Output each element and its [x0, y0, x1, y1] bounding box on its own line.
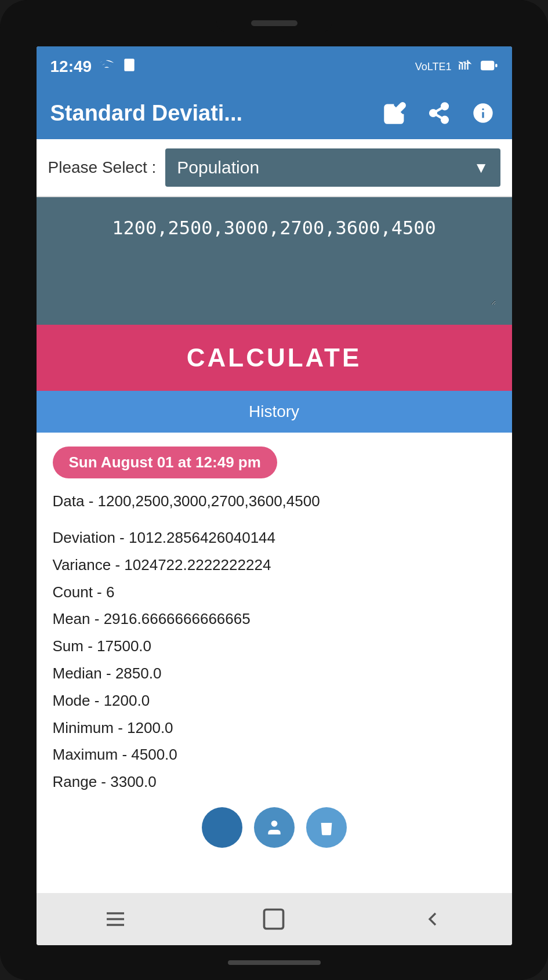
content-area: Please Select : Population ▼ CALCULATE H… — [37, 139, 512, 893]
status-time: 12:49 — [50, 57, 92, 76]
svg-line-10 — [436, 115, 442, 119]
svg-point-13 — [482, 108, 484, 110]
status-right: VoLTE1 — [415, 57, 498, 76]
minimum-line: Minimum - 1200.0 — [53, 714, 496, 742]
result-stats: Deviation - 1012.2856426040144 Variance … — [53, 524, 496, 796]
svg-rect-1 — [459, 64, 460, 70]
menu-nav-button[interactable] — [92, 902, 139, 937]
action-button-3[interactable] — [306, 807, 347, 848]
dropdown-label: Please Select : — [48, 158, 157, 177]
result-data-line: Data - 1200,2500,3000,2700,3600,4500 — [53, 490, 496, 513]
info-button[interactable] — [468, 98, 498, 128]
network-label: VoLTE1 — [415, 61, 452, 73]
svg-rect-3 — [464, 61, 465, 70]
maximum-line: Maximum - 4500.0 — [53, 741, 496, 768]
variance-line: Variance - 1024722.2222222224 — [53, 551, 496, 579]
svg-rect-4 — [467, 60, 468, 70]
sum-line: Sum - 17500.0 — [53, 633, 496, 660]
battery-icon — [480, 57, 498, 76]
svg-rect-14 — [482, 112, 484, 118]
median-line: Median - 2850.0 — [53, 660, 496, 687]
svg-point-7 — [442, 103, 448, 109]
svg-point-15 — [271, 821, 277, 827]
svg-point-9 — [442, 117, 448, 123]
header-icons — [380, 98, 498, 128]
svg-point-8 — [430, 110, 436, 116]
dropdown-section: Please Select : Population ▼ — [37, 139, 512, 197]
action-button-2[interactable] — [254, 807, 295, 848]
phone-nav — [37, 893, 512, 945]
back-nav-button[interactable] — [409, 902, 456, 937]
svg-rect-0 — [124, 59, 134, 71]
deviation-line: Deviation - 1012.2856426040144 — [53, 524, 496, 551]
notch — [216, 14, 332, 32]
home-nav-button[interactable] — [251, 902, 297, 937]
range-line: Range - 3300.0 — [53, 768, 496, 796]
svg-line-11 — [436, 108, 442, 112]
svg-rect-2 — [462, 63, 463, 70]
chevron-down-icon: ▼ — [474, 159, 489, 177]
svg-rect-19 — [264, 910, 284, 929]
phone-screen: 12:49 VoLTE1 Standard Deviati... — [37, 46, 512, 945]
calculate-button[interactable]: CALCULATE — [37, 325, 512, 391]
input-section — [37, 197, 512, 325]
wifi-icon — [99, 57, 115, 77]
app-header: Standard Deviati... — [37, 87, 512, 139]
mode-line: Mode - 1200.0 — [53, 687, 496, 714]
sim-icon — [122, 57, 137, 76]
bottom-actions — [53, 796, 496, 854]
status-left: 12:49 — [50, 57, 137, 77]
result-timestamp: Sun August 01 at 12:49 pm — [53, 447, 277, 478]
share-button[interactable] — [424, 98, 454, 128]
phone-frame: 12:49 VoLTE1 Standard Deviati... — [0, 0, 548, 980]
history-bar: History — [37, 391, 512, 433]
signal-icon — [458, 57, 474, 76]
home-indicator — [228, 960, 321, 965]
phone-top-bar — [0, 0, 548, 46]
count-line: Count - 6 — [53, 579, 496, 606]
svg-rect-6 — [482, 62, 493, 69]
edit-button[interactable] — [380, 98, 410, 128]
mean-line: Mean - 2916.6666666666665 — [53, 605, 496, 633]
phone-bottom — [0, 945, 548, 980]
type-dropdown[interactable]: Population ▼ — [165, 148, 500, 187]
notch-dots — [251, 20, 297, 26]
app-title: Standard Deviati... — [50, 101, 243, 126]
dropdown-selected-value: Population — [177, 158, 259, 177]
history-label: History — [249, 402, 299, 420]
results-section: Sun August 01 at 12:49 pm Data - 1200,25… — [37, 433, 512, 893]
status-bar: 12:49 VoLTE1 — [37, 46, 512, 87]
action-button-1[interactable] — [202, 807, 242, 848]
data-input[interactable] — [53, 217, 496, 305]
